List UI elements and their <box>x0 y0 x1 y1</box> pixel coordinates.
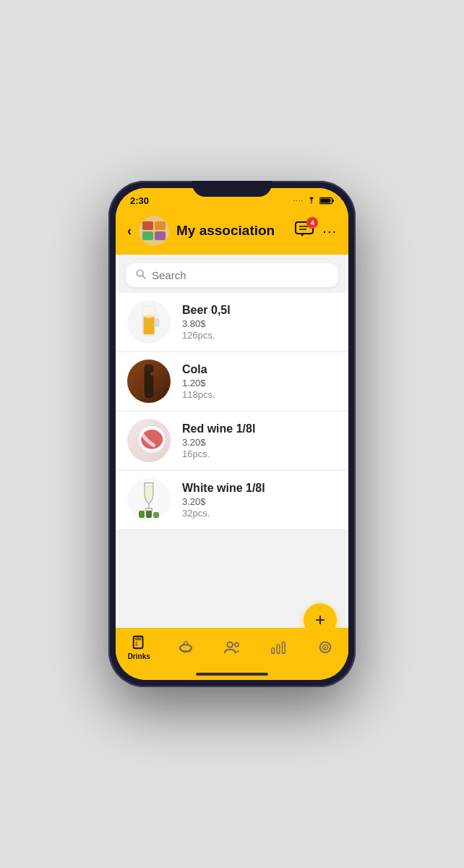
status-time: 2:30 <box>130 195 149 206</box>
fab-container: + <box>304 603 337 637</box>
svg-rect-31 <box>278 644 280 653</box>
nav-item-account[interactable]: € <box>302 639 348 655</box>
svg-point-0 <box>311 203 312 204</box>
item-qty: 32pcs. <box>182 508 337 519</box>
svg-rect-6 <box>155 221 166 230</box>
messages-button[interactable]: 4 <box>295 221 314 240</box>
list-item[interactable]: Red wine 1/8l 3.20$ 16pcs. <box>116 412 348 470</box>
item-image-red-wine <box>127 419 171 462</box>
item-price: 3.80$ <box>182 318 337 329</box>
drinks-nav-icon <box>131 634 147 650</box>
svg-point-28 <box>228 642 233 647</box>
svg-rect-5 <box>142 221 153 230</box>
item-price: 1.20$ <box>182 378 337 388</box>
svg-rect-30 <box>272 648 275 653</box>
list-item[interactable]: White wine 1/8l 3.20$ 32pcs. <box>116 471 348 529</box>
svg-rect-2 <box>320 198 330 203</box>
item-image-beer <box>127 300 171 344</box>
item-details-cola: Cola 1.20$ 118pcs. <box>182 363 337 400</box>
food-nav-icon <box>178 639 194 655</box>
item-details-beer: Beer 0,5l 3.80$ 126pcs. <box>182 304 337 341</box>
nav-item-drinks[interactable]: Drinks <box>116 634 162 660</box>
items-list: Beer 0,5l 3.80$ 126pcs. Cola <box>116 293 348 628</box>
members-nav-icon <box>223 639 241 655</box>
header-icons: 4 ··· <box>295 221 337 240</box>
phone-screen: 2:30 ···· ‹ <box>116 188 348 680</box>
svg-point-29 <box>235 643 239 647</box>
more-button[interactable]: ··· <box>322 223 337 239</box>
svg-rect-32 <box>283 642 285 654</box>
item-details-red-wine: Red wine 1/8l 3.20$ 16pcs. <box>182 422 337 459</box>
svg-rect-7 <box>142 231 153 240</box>
signal-icon: ···· <box>293 197 304 204</box>
item-price: 3.20$ <box>182 437 337 448</box>
item-name: Cola <box>182 363 337 376</box>
back-button[interactable]: ‹ <box>127 224 132 239</box>
svg-rect-18 <box>155 318 159 326</box>
svg-rect-17 <box>143 307 155 316</box>
svg-point-21 <box>150 372 155 376</box>
item-qty: 126pcs. <box>182 330 337 341</box>
list-item[interactable]: Beer 0,5l 3.80$ 126pcs. <box>116 293 348 352</box>
add-button[interactable]: + <box>304 603 337 637</box>
list-item[interactable]: Cola 1.20$ 118pcs. <box>116 352 348 411</box>
nav-item-members[interactable] <box>209 639 255 655</box>
search-icon <box>136 269 146 281</box>
search-container <box>116 255 348 293</box>
svg-rect-20 <box>145 365 154 371</box>
item-details-white-wine: White wine 1/8l 3.20$ 32pcs. <box>182 482 337 519</box>
notification-badge: 4 <box>306 217 318 229</box>
svg-rect-25 <box>135 638 142 641</box>
item-qty: 118pcs. <box>182 389 337 400</box>
header: ‹ My association <box>116 210 348 255</box>
item-name: Beer 0,5l <box>182 304 337 317</box>
svg-rect-15 <box>144 316 155 335</box>
item-name: White wine 1/8l <box>182 482 337 495</box>
phone-frame: 2:30 ···· ‹ <box>108 181 356 687</box>
item-name: Red wine 1/8l <box>182 422 337 435</box>
item-image-cola <box>127 359 171 403</box>
item-price: 3.20$ <box>182 496 337 507</box>
item-qty: 16pcs. <box>182 448 337 459</box>
nav-item-food[interactable] <box>162 639 208 657</box>
nav-label-drinks: Drinks <box>128 652 150 660</box>
home-indicator <box>116 670 348 680</box>
svg-rect-26 <box>136 642 138 646</box>
search-input[interactable] <box>152 269 328 281</box>
notch <box>192 181 272 197</box>
svg-line-13 <box>142 276 145 278</box>
svg-text:€: € <box>324 646 327 651</box>
svg-rect-3 <box>332 199 335 201</box>
search-bar <box>126 263 338 287</box>
svg-rect-8 <box>155 231 166 240</box>
stats-nav-icon <box>270 639 286 655</box>
nav-item-stats[interactable] <box>255 639 301 655</box>
avatar <box>139 216 169 246</box>
home-bar <box>196 673 268 676</box>
wifi-icon <box>306 197 317 204</box>
svg-point-4 <box>139 216 169 246</box>
status-icons: ···· <box>293 197 334 205</box>
account-nav-icon: € <box>317 639 333 655</box>
item-image-white-wine <box>127 478 171 522</box>
header-title: My association <box>176 223 288 239</box>
battery-icon <box>319 197 334 205</box>
